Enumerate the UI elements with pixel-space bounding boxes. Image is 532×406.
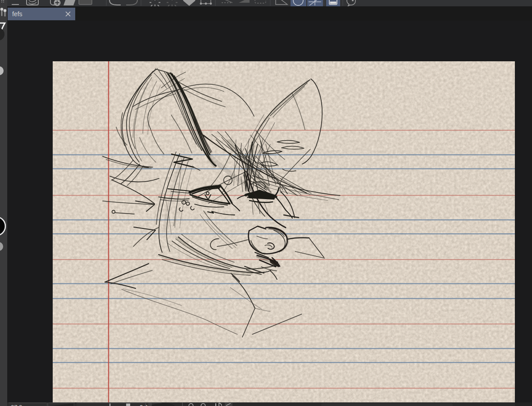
svg-text:27.3: 27.3: [11, 404, 22, 406]
svg-text:0.0: 0.0: [140, 404, 148, 406]
